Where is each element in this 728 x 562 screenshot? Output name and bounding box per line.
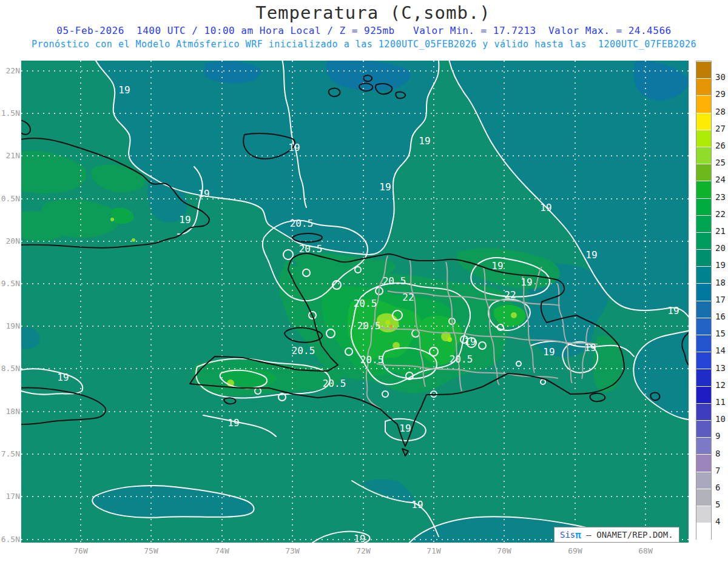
map-area: Sisπ – ONAMET/REP.DOM. 19191919191919191…: [21, 61, 689, 543]
contour-value-label: 20.5: [354, 298, 377, 309]
lat-tick-label: 18N: [0, 407, 20, 416]
lat-tick-label: 6.5N: [0, 535, 20, 544]
pi-icon: π: [575, 529, 581, 541]
contour-value-label: 20.5: [357, 320, 381, 332]
lon-tick-label: 76W: [73, 546, 87, 555]
contour-value-label: 19: [379, 181, 391, 193]
model-info-line: Pronóstico con el Modelo Atmósferico WRF…: [0, 39, 728, 50]
colorbar-segment: [696, 352, 711, 369]
contour-value-label: 19: [57, 372, 69, 383]
colorbar-tick-label: 10: [715, 414, 726, 424]
lat-tick-label: 19N: [0, 321, 20, 330]
colorbar-tick-label: 7: [715, 466, 720, 475]
lat-tick-label: 21N: [0, 151, 20, 160]
contour-value-label: 19: [540, 202, 551, 213]
contour-value-label: 19: [354, 533, 365, 544]
colorbar-tick-label: 20: [715, 243, 726, 253]
contour-value-label: 19: [118, 84, 130, 96]
contour-value-label: 19: [543, 346, 554, 358]
colorbar-tick-label: 19: [715, 260, 726, 270]
colorbar-tick-label: 25: [715, 158, 726, 167]
colorbar-tick-label: 9: [715, 431, 720, 441]
colorbar-segment: [696, 506, 711, 523]
contour-value-label: 20.5: [383, 275, 406, 287]
colorbar-tick-label: 6: [715, 483, 720, 492]
contour-value-label: 22: [504, 289, 516, 301]
colorbar-segment: [696, 78, 711, 95]
contour-value-label: 19: [288, 142, 300, 153]
colorbar-segment: [696, 283, 711, 300]
colorbar-segment: [696, 95, 711, 112]
contour-value-label: 22: [402, 292, 414, 303]
contour-value-label: 20.5: [292, 345, 315, 356]
colorbar-segment: [696, 437, 711, 454]
contour-value-label: 19: [491, 260, 503, 272]
lon-tick-label: 70W: [497, 546, 511, 555]
colorbar-segment: [696, 472, 711, 489]
contour-value-label: 19: [399, 423, 411, 434]
contour-value-label: 19: [521, 276, 532, 288]
credit-box: Sisπ – ONAMET/REP.DOM.: [554, 527, 679, 543]
colorbar-segment: [696, 403, 711, 420]
colorbar-tick-label: 21: [715, 226, 726, 236]
weather-map-page: Temperatura (C,somb.) 05-Feb-2026 1400 U…: [0, 0, 728, 562]
colorbar-tick-label: 8: [715, 449, 720, 458]
colorbar-tick-label: 27: [715, 124, 726, 133]
colorbar-tick-label: 17: [715, 295, 726, 304]
colorbar-tick-label: 26: [715, 141, 726, 150]
lon-tick-label: 68W: [638, 546, 652, 555]
lat-tick-label: 0.5N: [0, 194, 20, 203]
colorbar-segment: [696, 198, 711, 215]
colorbar-segment: [696, 130, 711, 147]
lon-tick-label: 69W: [568, 546, 582, 555]
lat-tick-label: 7.5N: [0, 449, 20, 458]
colorbar-segment: [696, 454, 711, 471]
contour-value-label: 20.5: [299, 243, 323, 255]
contour-value-label: 19: [584, 342, 596, 353]
colorbar-segment: [696, 61, 711, 78]
colorbar-segment: [696, 335, 711, 352]
page-title: Temperatura (C,somb.): [0, 2, 728, 23]
colorbar: [696, 61, 712, 540]
contour-value-label: 19: [667, 305, 679, 316]
credit-app-name: Sis: [560, 530, 575, 540]
colorbar-segment: [696, 164, 711, 181]
lat-tick-label: 22N: [0, 66, 20, 75]
colorbar-segment: [696, 420, 711, 437]
contour-value-label: 19: [198, 188, 209, 199]
colorbar-tick-label: 22: [715, 209, 726, 219]
colorbar-tick-label: 12: [715, 380, 726, 390]
colorbar-segment: [696, 489, 711, 506]
colorbar-tick-label: 30: [715, 72, 726, 82]
colorbar-segment: [696, 232, 711, 249]
lon-tick-label: 74W: [215, 546, 229, 555]
colorbar-tick-label: 23: [715, 192, 726, 202]
colorbar-segment: [696, 181, 711, 198]
lat-tick-label: 17N: [0, 492, 20, 501]
colorbar-segment: [696, 318, 711, 335]
credit-org: – ONAMET/REP.DOM.: [581, 530, 673, 540]
colorbar-segment: [696, 301, 711, 318]
contour-value-label: 20.5: [323, 378, 346, 389]
lon-tick-label: 73W: [285, 546, 299, 555]
colorbar-tick-label: 4: [715, 517, 720, 526]
colorbar-segment: [696, 266, 711, 283]
lat-tick-label: 9.5N: [0, 279, 20, 288]
colorbar-segment: [696, 147, 711, 164]
contour-value-label: 19: [228, 417, 239, 429]
colorbar-tick-label: 18: [715, 278, 726, 287]
colorbar-tick-label: 29: [715, 89, 726, 99]
colorbar-tick-label: 15: [715, 329, 726, 338]
contour-value-label: 19: [411, 499, 423, 510]
contour-value-label: 19: [585, 249, 597, 261]
colorbar-tick-label: 11: [715, 397, 726, 407]
valid-time-line: 05-Feb-2026 1400 UTC / 10:00 am Hora Loc…: [0, 25, 728, 36]
colorbar-tick-label: 5: [715, 500, 720, 509]
colorbar-tick-label: 13: [715, 363, 726, 373]
contour-value-label: 19: [464, 336, 476, 347]
colorbar-segment: [696, 369, 711, 386]
colorbar-segment: [696, 249, 711, 266]
lat-tick-label: 20N: [0, 236, 20, 246]
colorbar-tick-label: 14: [715, 346, 726, 355]
colorbar-segment: [696, 523, 711, 540]
